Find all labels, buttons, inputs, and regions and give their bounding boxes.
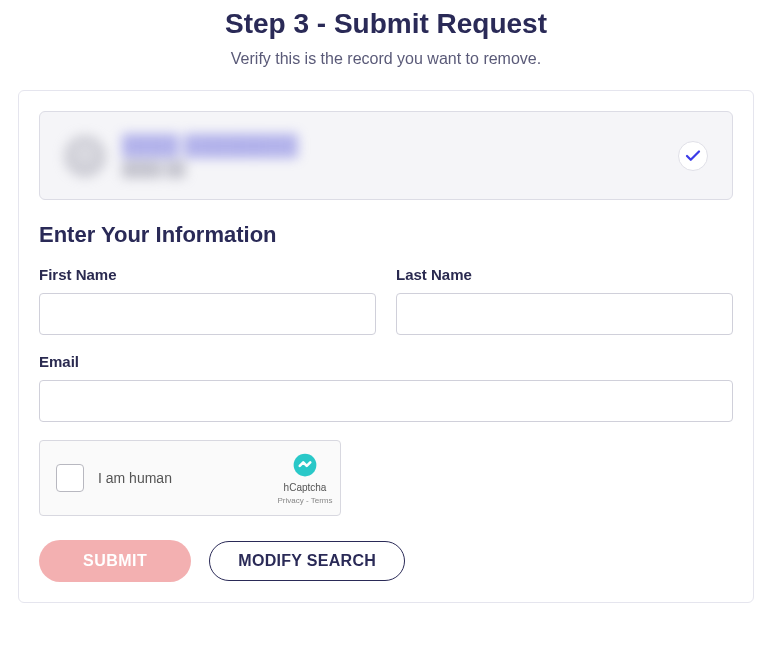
hcaptcha-brand-label: hCaptcha bbox=[284, 482, 327, 493]
record-blurred-content: ████ ████████ ████ ██ bbox=[64, 134, 298, 177]
hcaptcha-links[interactable]: Privacy - Terms bbox=[278, 496, 333, 505]
record-name: ████ ████████ bbox=[122, 134, 298, 157]
captcha-checkbox[interactable] bbox=[56, 464, 84, 492]
last-name-input[interactable] bbox=[396, 293, 733, 335]
last-name-label: Last Name bbox=[396, 266, 733, 283]
submit-button[interactable]: SUBMIT bbox=[39, 540, 191, 582]
section-heading: Enter Your Information bbox=[39, 222, 733, 248]
email-label: Email bbox=[39, 353, 733, 370]
captcha-brand-area: hCaptcha Privacy - Terms bbox=[270, 441, 340, 515]
record-preview: ████ ████████ ████ ██ bbox=[39, 111, 733, 200]
first-name-group: First Name bbox=[39, 266, 376, 335]
captcha-widget: I am human hCaptcha Privacy - Terms bbox=[39, 440, 341, 516]
record-text: ████ ████████ ████ ██ bbox=[122, 134, 298, 177]
first-name-input[interactable] bbox=[39, 293, 376, 335]
modify-search-button[interactable]: MODIFY SEARCH bbox=[209, 541, 405, 581]
captcha-text: I am human bbox=[98, 470, 172, 486]
page-subtitle: Verify this is the record you want to re… bbox=[0, 50, 772, 68]
button-row: SUBMIT MODIFY SEARCH bbox=[39, 540, 733, 582]
avatar-icon bbox=[64, 135, 106, 177]
captcha-main: I am human bbox=[40, 441, 270, 515]
email-group: Email bbox=[39, 353, 733, 422]
record-subtext: ████ ██ bbox=[122, 161, 298, 177]
hcaptcha-logo-icon bbox=[291, 451, 319, 479]
email-input[interactable] bbox=[39, 380, 733, 422]
first-name-label: First Name bbox=[39, 266, 376, 283]
form-card: ████ ████████ ████ ██ Enter Your Informa… bbox=[18, 90, 754, 603]
record-selected-check-icon bbox=[678, 141, 708, 171]
page-title: Step 3 - Submit Request bbox=[0, 8, 772, 40]
last-name-group: Last Name bbox=[396, 266, 733, 335]
